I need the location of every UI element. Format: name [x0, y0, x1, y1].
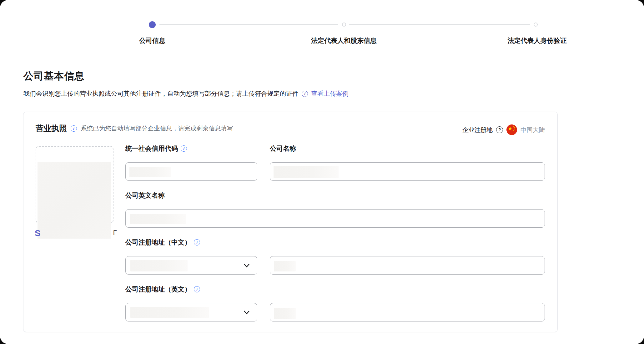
question-icon[interactable]: ?	[496, 126, 503, 133]
redacted-value	[274, 308, 296, 319]
address-cn-label-row: 公司注册地址（中文） i	[125, 238, 200, 247]
credit-code-label-row: 统一社会信用代码 i	[125, 144, 187, 153]
upload-partial-text: 「	[108, 229, 117, 241]
address-cn-detail-input[interactable]	[270, 256, 545, 275]
step-dot-upcoming	[342, 23, 346, 27]
step-connector	[349, 24, 530, 25]
page-subtitle: 我们会识别您上传的营业执照或公司其他注册证件，自动为您填写部分信息；请上传符合规…	[23, 89, 299, 98]
license-image-redacted	[38, 162, 111, 239]
chevron-down-icon	[243, 261, 251, 270]
redacted-value	[129, 167, 171, 177]
info-icon[interactable]: i	[302, 91, 308, 97]
address-en-label: 公司注册地址（英文）	[125, 285, 191, 294]
step-connector	[159, 24, 338, 25]
info-icon[interactable]: i	[194, 239, 200, 245]
card-header: 营业执照 i 系统已为您自动填写部分企业信息，请完成剩余信息填写	[36, 123, 233, 134]
autofill-hint: 系统已为您自动填写部分企业信息，请完成剩余信息填写	[81, 124, 233, 133]
credit-code-label: 统一社会信用代码	[125, 144, 178, 153]
redacted-value	[130, 307, 209, 318]
company-name-label: 公司名称	[270, 144, 296, 153]
business-license-card: 营业执照 i 系统已为您自动填写部分企业信息，请完成剩余信息填写 企业注册地 ?…	[23, 112, 558, 332]
company-name-en-label: 公司英文名称	[125, 191, 165, 200]
company-name-label-row: 公司名称	[270, 144, 296, 153]
chevron-down-icon	[243, 308, 251, 316]
step-dot-upcoming	[534, 23, 538, 27]
region-label: 企业注册地	[462, 126, 493, 134]
address-cn-region-select[interactable]	[125, 256, 257, 275]
address-cn-label: 公司注册地址（中文）	[125, 238, 191, 247]
redacted-value	[130, 260, 188, 271]
page-subtitle-row: 我们会识别您上传的营业执照或公司其他注册证件，自动为您填写部分信息；请上传符合规…	[23, 89, 349, 98]
credit-code-input[interactable]	[125, 162, 257, 181]
step-label-identity: 法定代表人身份验证	[479, 36, 595, 45]
info-icon[interactable]: i	[181, 145, 187, 152]
step-dot-current	[149, 21, 156, 28]
info-icon[interactable]: i	[194, 286, 200, 292]
registration-region: 企业注册地 ? 中国大陆	[462, 124, 545, 135]
region-value: 中国大陆	[521, 126, 545, 134]
page-title: 公司基本信息	[23, 69, 84, 83]
redacted-value	[274, 166, 339, 178]
step-label-company-info: 公司信息	[121, 36, 184, 45]
redacted-value	[130, 214, 186, 224]
upload-partial-link-text[interactable]: S	[35, 228, 41, 238]
china-flag-icon	[506, 124, 517, 135]
address-en-region-select[interactable]	[125, 303, 257, 321]
view-upload-example-link[interactable]: 查看上传案例	[311, 89, 349, 98]
step-label-legal-rep: 法定代表人和股东信息	[281, 36, 406, 45]
address-en-detail-input[interactable]	[270, 303, 545, 321]
company-name-input[interactable]	[270, 162, 545, 181]
company-name-en-input[interactable]	[125, 209, 545, 228]
redacted-value	[274, 261, 296, 271]
onboarding-page: 公司信息 法定代表人和股东信息 法定代表人身份验证 公司基本信息 我们会识别您上…	[0, 0, 644, 344]
info-icon[interactable]: i	[71, 125, 77, 132]
company-name-en-label-row: 公司英文名称	[125, 191, 165, 200]
card-title: 营业执照	[36, 123, 67, 134]
address-en-label-row: 公司注册地址（英文） i	[125, 285, 200, 294]
